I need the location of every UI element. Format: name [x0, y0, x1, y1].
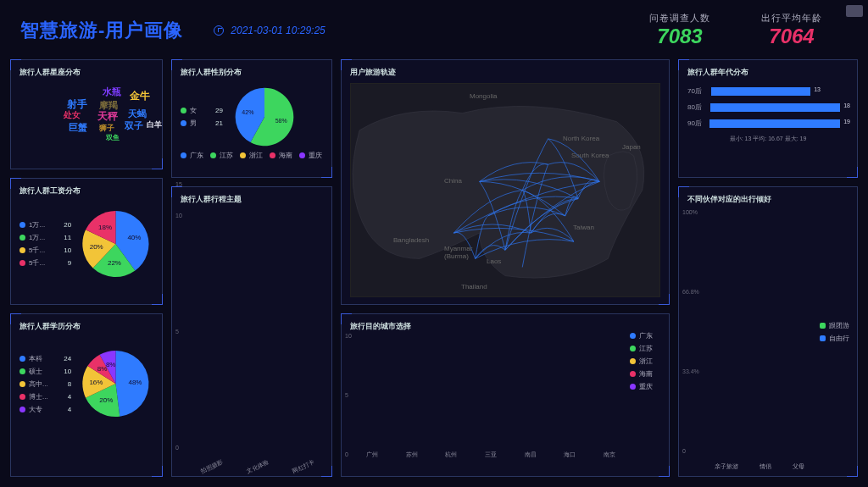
legend-item[interactable]: 硕士10: [19, 367, 71, 376]
legend-item[interactable]: 女29: [181, 106, 223, 115]
stat-survey: 问卷调查人数 7083: [649, 12, 710, 48]
axis-y: 1050: [175, 213, 182, 451]
stat-age: 出行平均年龄 7064: [761, 12, 822, 48]
cloud-word: 巨蟹: [69, 121, 87, 134]
panel-city: 旅行目的城市选择 1050 广州苏州杭州三亚南昌海口南京 广东江苏浙江海南重庆: [341, 313, 670, 477]
svg-text:8%: 8%: [106, 361, 116, 368]
axis-y: 100%66.8%33.4%0: [682, 209, 699, 454]
svg-text:58%: 58%: [275, 118, 287, 124]
svg-text:40%: 40%: [128, 234, 142, 241]
map-svg: [351, 84, 659, 296]
map-label: Japan: [622, 143, 641, 151]
menu-button[interactable]: [846, 5, 863, 17]
bar-chart: 广州苏州杭州三亚南昌海口南京: [359, 333, 623, 459]
panel-title: 旅行人群年代分布: [687, 67, 849, 78]
legend-item[interactable]: 5千...10: [19, 246, 71, 255]
svg-text:16%: 16%: [90, 379, 103, 386]
cloud-word: 双子: [125, 119, 143, 132]
legend-item[interactable]: 本科24: [19, 354, 71, 363]
legend-item[interactable]: 1万...11: [19, 233, 71, 242]
svg-text:18%: 18%: [98, 224, 112, 231]
top-stats: 问卷调查人数 7083 出行平均年龄 7064: [649, 12, 822, 48]
legend: 1万...201万...115千...105千...9: [19, 220, 71, 268]
panel-salary: 旅行人群工资分布 1万...201万...115千...105千...9 40%…: [10, 178, 163, 305]
panel-gender: 旅行人群性别分布 女29男21 58%42% 广东江苏浙江海南重庆 15: [171, 59, 332, 178]
map-label: Laos: [487, 257, 501, 265]
pie-chart: 48%20%16%8%8%: [78, 346, 153, 422]
cloud-word: 双鱼: [106, 133, 120, 142]
panel-theme: 旅行人群行程主题 1050 拍照摄影文化体验网红打卡: [171, 186, 332, 477]
map-label: Mongolia: [470, 92, 497, 100]
svg-text:42%: 42%: [242, 109, 253, 115]
legend-item[interactable]: 大专4: [19, 405, 71, 414]
panel-edu: 旅行人群学历分布 本科24硕士10高中...8博士...4大专4 48%20%1…: [10, 313, 163, 477]
stat-value: 7064: [761, 25, 822, 48]
pie-chart: 40%22%20%18%: [78, 206, 153, 282]
legend-item[interactable]: 博士...4: [19, 392, 71, 401]
legend: 女29男21: [181, 106, 223, 128]
stat-label: 出行平均年龄: [761, 12, 822, 25]
panel-title: 旅行人群学历分布: [19, 321, 153, 332]
legend: 跟团游自由行: [820, 321, 854, 343]
stat-label: 问卷调查人数: [649, 12, 710, 25]
panel-title: 旅行人群性别分布: [181, 67, 323, 78]
panel-title: 旅行人群行程主题: [181, 194, 323, 205]
legend: 本科24硕士10高中...8博士...4大专4: [19, 354, 71, 414]
clock-icon: [214, 25, 224, 36]
cloud-word: 天秤: [97, 109, 118, 124]
svg-text:20%: 20%: [99, 396, 113, 404]
map[interactable]: Mongolia North Korea South Korea Japan C…: [350, 83, 660, 297]
map-label: Bangladesh: [393, 236, 429, 244]
legend-item[interactable]: 5千...9: [19, 258, 71, 268]
legend-item[interactable]: 1万...20: [19, 220, 71, 230]
stat-value: 7083: [649, 25, 710, 48]
page-title: 智慧旅游-用户画像: [20, 18, 183, 43]
legend-item[interactable]: 高中...8: [19, 379, 71, 389]
svg-text:22%: 22%: [108, 259, 121, 267]
panel-title: 不同伙伴对应的出行倾好: [687, 194, 849, 205]
map-label: Myanmar(Burma): [444, 245, 472, 260]
panel-title: 旅行人群工资分布: [19, 185, 153, 196]
panel-partner: 不同伙伴对应的出行倾好 100%66.8%33.4%0 80%20%57.14%…: [678, 186, 858, 477]
timestamp: 2021-03-01 10:29:25: [231, 25, 325, 36]
axis-x: 亲子旅游情侣父母: [704, 462, 815, 471]
cloud-word: 水瓶: [103, 86, 121, 98]
map-label: South Korea: [571, 152, 609, 159]
svg-text:20%: 20%: [90, 243, 103, 251]
cloud-word: 金牛: [130, 89, 150, 103]
map-label: Thailand: [461, 283, 487, 291]
stacked-bars: 80%20%57.14%42.86%75%25%83.33%16.67%20%8…: [704, 209, 815, 487]
map-label: Taiwan: [573, 224, 594, 231]
map-label: China: [444, 177, 462, 185]
panel-zodiac: 旅行人群星座分布 水瓶金牛射手摩羯处女天秤天蝎巨蟹狮子双子白羊双鱼: [10, 59, 163, 169]
pie-chart: 58%42%: [231, 84, 298, 150]
cloud-word: 天蝎: [128, 108, 147, 120]
axis-x: 拍照摄影文化体验网红打卡: [189, 459, 326, 471]
svg-text:48%: 48%: [129, 379, 142, 386]
topbar: 智慧旅游-用户画像 2021-03-01 10:29:25 问卷调查人数 708…: [0, 0, 868, 53]
hbar-chart: 70后1380后1890后19: [687, 83, 849, 128]
word-cloud: 水瓶金牛射手摩羯处女天秤天蝎巨蟹狮子双子白羊双鱼: [11, 60, 162, 169]
bar-chart: [186, 211, 326, 487]
cloud-word: 处女: [64, 109, 81, 121]
cloud-word: 白羊: [147, 119, 162, 130]
axis-y: 1050: [345, 333, 352, 457]
legend: 广东江苏浙江海南重庆: [630, 331, 664, 391]
legend-item[interactable]: 男21: [181, 119, 223, 128]
panel-title: 用户旅游轨迹: [350, 67, 660, 78]
map-label: North Korea: [563, 135, 599, 142]
panel-age: 旅行人群年代分布 70后1380后1890后19 最小: 13 平均: 16.6…: [678, 59, 858, 178]
panel-title: 旅行目的城市选择: [350, 321, 660, 332]
dashboard: 智慧旅游-用户画像 2021-03-01 10:29:25 问卷调查人数 708…: [0, 0, 868, 487]
panel-track: 用户旅游轨迹 Mongolia North Korea South Korea …: [341, 59, 670, 305]
age-footer: 最小: 13 平均: 16.67 最大: 19: [687, 135, 849, 143]
footer-legend: 广东江苏浙江海南重庆: [181, 151, 323, 160]
